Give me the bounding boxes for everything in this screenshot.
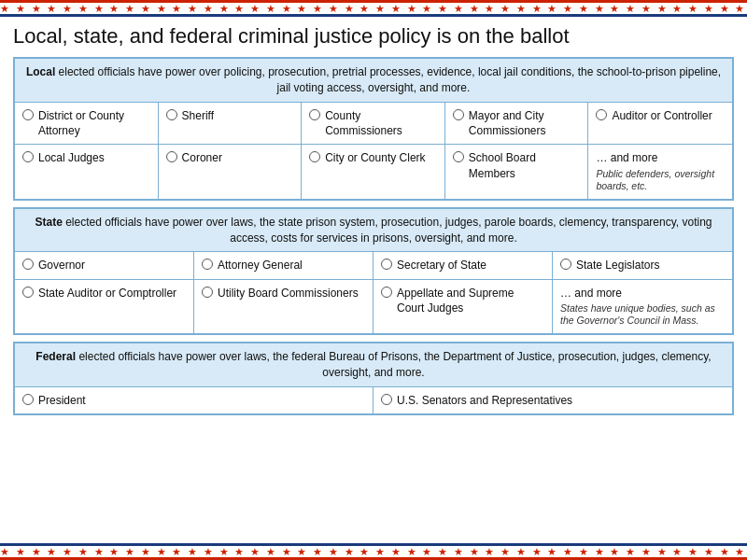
circle-icon [596, 109, 607, 120]
state-label-ag: Attorney General [218, 258, 303, 273]
state-header-text: elected officials have power over laws, … [63, 216, 712, 245]
state-header-bold: State [35, 216, 62, 229]
state-cell-utility: Utility Board Commissioners [194, 280, 374, 333]
state-label-legislators: State Legislators [576, 258, 659, 273]
local-and-more-sub: Public defenders, oversight boards, etc. [596, 168, 725, 193]
circle-icon [453, 109, 464, 120]
circle-icon [560, 259, 571, 270]
bottom-stars: ★ ★ ★ ★ ★ ★ ★ ★ ★ ★ ★ ★ ★ ★ ★ ★ ★ ★ ★ ★ … [0, 547, 747, 557]
circle-icon [309, 151, 320, 162]
local-header-text: elected officials have power over polici… [55, 65, 721, 94]
state-grid: Governor Attorney General Secretary of S… [15, 252, 732, 333]
state-cell-sos: Secretary of State [374, 252, 553, 279]
circle-icon [22, 287, 34, 298]
local-label-district-attorney: District or County Attorney [38, 108, 150, 138]
state-cell-appellate: Appellate and Supreme Court Judges [374, 280, 553, 333]
local-label-coroner: Coroner [182, 150, 222, 165]
federal-label-president: President [38, 393, 86, 408]
local-grid: District or County Attorney Sheriff Coun… [15, 103, 732, 199]
main-content: Local, state, and federal criminal justi… [0, 17, 747, 543]
circle-icon [309, 109, 320, 120]
circle-icon [22, 109, 34, 120]
federal-cell-president: President [15, 387, 374, 413]
local-label-auditor: Auditor or Controller [612, 108, 712, 123]
local-cell-coroner: Coroner [159, 145, 303, 198]
local-cell-school-board: School Board Members [445, 145, 589, 198]
state-label-auditor: State Auditor or Comptroller [38, 286, 176, 301]
state-header: State elected officials have power over … [15, 209, 732, 253]
state-section: State elected officials have power over … [13, 207, 734, 335]
state-label-sos: Secretary of State [397, 258, 486, 273]
state-cell-and-more: … and more States have unique bodies, su… [553, 280, 732, 333]
local-header-bold: Local [26, 65, 55, 78]
state-label-utility: Utility Board Commissioners [218, 286, 359, 301]
local-label-local-judges: Local Judges [38, 150, 105, 165]
federal-grid: President U.S. Senators and Representati… [15, 387, 732, 413]
state-cell-ag: Attorney General [194, 252, 374, 279]
federal-section: Federal elected officials have power ove… [13, 342, 734, 415]
local-label-county-clerk: City or County Clerk [325, 150, 425, 165]
local-cell-county-commissioners: County Commissioners [302, 103, 445, 145]
local-cell-and-more: … and more Public defenders, oversight b… [588, 145, 732, 198]
circle-icon [22, 259, 34, 270]
state-cell-legislators: State Legislators [553, 252, 732, 279]
top-stars: ★ ★ ★ ★ ★ ★ ★ ★ ★ ★ ★ ★ ★ ★ ★ ★ ★ ★ ★ ★ … [0, 4, 747, 14]
local-label-mayor: Mayor and City Commissioners [469, 108, 581, 138]
state-cell-auditor: State Auditor or Comptroller [15, 280, 194, 333]
bottom-stars-bar: ★ ★ ★ ★ ★ ★ ★ ★ ★ ★ ★ ★ ★ ★ ★ ★ ★ ★ ★ ★ … [0, 543, 747, 560]
local-section: Local elected officials have power over … [13, 57, 734, 200]
page-wrapper: ★ ★ ★ ★ ★ ★ ★ ★ ★ ★ ★ ★ ★ ★ ★ ★ ★ ★ ★ ★ … [0, 0, 747, 560]
local-label-county-commissioners: County Commissioners [325, 108, 437, 138]
local-cell-county-clerk: City or County Clerk [302, 145, 445, 198]
circle-icon [22, 394, 34, 405]
circle-icon [453, 151, 464, 162]
state-label-appellate: Appellate and Supreme Court Judges [397, 286, 544, 315]
federal-header-text: elected officials have power over laws, … [76, 350, 712, 379]
page-title: Local, state, and federal criminal justi… [13, 24, 734, 49]
federal-label-senators: U.S. Senators and Representatives [397, 393, 572, 408]
local-label-school-board: School Board Members [469, 150, 581, 180]
local-header: Local elected officials have power over … [15, 59, 732, 103]
circle-icon [22, 151, 34, 162]
local-cell-local-judges: Local Judges [15, 145, 159, 198]
local-cell-auditor: Auditor or Controller [588, 103, 732, 145]
circle-icon [381, 259, 392, 270]
circle-icon [166, 109, 177, 120]
state-label-governor: Governor [38, 258, 85, 273]
federal-header: Federal elected officials have power ove… [15, 343, 732, 387]
state-and-more-sub: States have unique bodies, such as the G… [560, 302, 725, 328]
local-cell-district-attorney: District or County Attorney [15, 103, 159, 145]
circle-icon [166, 151, 177, 162]
circle-icon [381, 287, 392, 298]
state-cell-governor: Governor [15, 252, 194, 279]
federal-header-bold: Federal [35, 350, 76, 363]
circle-icon [202, 287, 213, 298]
top-stars-bar: ★ ★ ★ ★ ★ ★ ★ ★ ★ ★ ★ ★ ★ ★ ★ ★ ★ ★ ★ ★ … [0, 0, 747, 17]
local-label-sheriff: Sheriff [182, 108, 214, 123]
local-cell-sheriff: Sheriff [159, 103, 303, 145]
local-cell-mayor: Mayor and City Commissioners [445, 103, 589, 145]
circle-icon [202, 259, 213, 270]
circle-icon [381, 394, 392, 405]
local-and-more-label: … and more [596, 150, 657, 165]
state-and-more-label: … and more [560, 286, 622, 301]
federal-cell-senators: U.S. Senators and Representatives [374, 387, 732, 413]
